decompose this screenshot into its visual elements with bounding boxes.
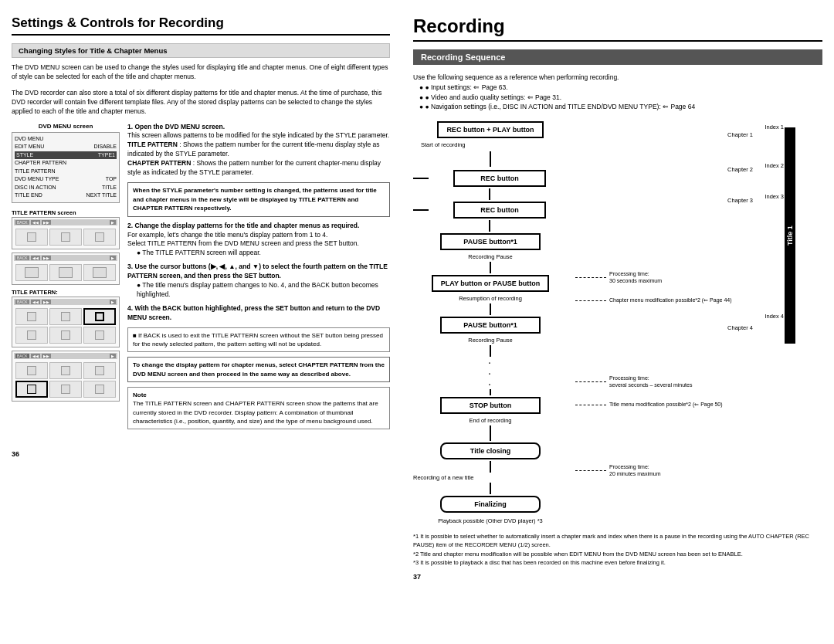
right-annotations: Index 1 Index 2 Index 3 Index 4 Chapter … <box>583 120 799 526</box>
arrow-4 <box>490 262 491 273</box>
step-2-example: For example, let's change the title menu… <box>127 231 327 239</box>
note-if-back-text: ■ If BACK is used to exit the TITLE PATT… <box>133 332 383 347</box>
title-menu-note: Title menu modification possible*2 (⇐ Pa… <box>575 402 723 408</box>
pattern-cell <box>83 362 116 379</box>
pattern-screen-2: BACK ◀◀ ▶▶ ▶ <box>12 253 120 285</box>
recording-section-header: Recording Sequence <box>413 49 822 65</box>
note-text-chapter: To change the display pattern for chapte… <box>133 361 385 378</box>
right-column: Recording Recording Sequence Use the fol… <box>413 15 822 629</box>
chapter-menu-note: Chapter menu modification possible*2 (⇐ … <box>575 297 732 303</box>
step-1-chapter-pattern: CHAPTER PATTERN : Shows the pattern numb… <box>127 159 381 176</box>
arrow-1 <box>413 151 568 167</box>
toolbar: BACK ◀◀ ▶▶ ▶ <box>14 255 117 261</box>
rec-button-row-1: REC button <box>413 168 568 188</box>
processing-1-text: Processing time:30 seconds maximum <box>609 270 662 284</box>
pause-button-box-2: PAUSE button*1 <box>440 317 541 334</box>
note-label: Note <box>133 391 147 398</box>
pattern-cell <box>49 264 82 281</box>
toolbar-btn: ◀◀ <box>31 354 40 358</box>
toolbar-btn: ▶ <box>110 256 116 260</box>
pattern-cell <box>83 229 116 246</box>
content-area: DVD MENU screen DVD MENU EDIT MENUDISABL… <box>12 123 390 434</box>
toolbar-btn: BACK <box>15 256 29 260</box>
title-pattern-label-2: TITLE PATTERN: <box>12 289 120 296</box>
pattern-cell-selected <box>83 308 116 325</box>
dots-separator: ··· <box>488 357 493 389</box>
footnote-3: *3 It is possible to playback a disc tha… <box>413 558 822 567</box>
end-recording-label: End of recording <box>469 417 511 424</box>
arrow-3 <box>489 220 490 232</box>
footnotes: *1 It is possible to select whether to a… <box>413 532 822 567</box>
title-pattern-screen-label: TITLE PATTERN screen <box>12 209 120 216</box>
toolbar-btn: ▶ <box>110 354 116 358</box>
page-container: Settings & Controls for Recording Changi… <box>0 0 834 644</box>
menu-item: EDIT MENUDISABLE <box>15 143 117 151</box>
toolbar-btn: ▶▶ <box>42 354 51 358</box>
step-2-instruction: Select TITLE PATTERN from the DVD MENU s… <box>127 239 359 247</box>
processing-2-note: Processing time:several seconds – severa… <box>575 375 692 388</box>
recording-pause-label-2: Recording Pause <box>468 337 513 344</box>
pattern-cell <box>83 264 116 281</box>
rec-button-box-1: REC button <box>453 170 546 187</box>
dvd-menu-preview: DVD MENU screen DVD MENU EDIT MENUDISABL… <box>12 123 120 434</box>
bullet-nav: ● Navigation settings (i.e., DISC IN ACT… <box>419 102 822 112</box>
pattern-cell <box>49 327 82 344</box>
dvd-menu-box: DVD MENU EDIT MENUDISABLE STYLETYPE1 CHA… <box>12 132 120 203</box>
bullet-video: ● Video and audio quality settings: ⇐ Pa… <box>419 93 822 103</box>
footnote-1: *1 It is possible to select whether to a… <box>413 532 822 550</box>
intro-text-1: The DVD MENU screen can be used to chang… <box>12 63 390 82</box>
right-page-number-area: 37 <box>413 567 822 581</box>
toolbar-btn: ▶ <box>110 220 116 225</box>
pattern-cell <box>83 327 116 344</box>
pattern-grid <box>14 227 117 247</box>
menu-item-style: STYLETYPE1 <box>15 151 117 160</box>
playback-note: Playback possible (Other DVD player) *3 <box>438 517 542 524</box>
left-page-number: 36 <box>12 450 19 458</box>
rec-button-row-2: REC button <box>413 200 568 220</box>
menu-item: TITLE ENDNEXT TITLE <box>15 192 117 200</box>
back-btn: BACK <box>15 354 29 358</box>
pattern-cell <box>15 327 48 344</box>
toolbar-btn: ◀◀ <box>31 300 40 304</box>
step-2-bold: Change the display patterns for the titl… <box>134 222 359 229</box>
arrow-7 <box>490 425 491 441</box>
subsection-header: Changing Styles for Title & Chapter Menu… <box>12 43 390 58</box>
step-2-bullet: The TITLE PATTERN screen will appear. <box>137 249 390 258</box>
index-2-label: Index 2 <box>764 162 784 169</box>
finalizing-box: Finalizing <box>440 496 541 513</box>
start-recording-label: Start of recording <box>421 141 466 148</box>
toolbar-btn: BACK <box>15 300 29 304</box>
pattern-screen-1: BACK ◀◀ ▶▶ ▶ <box>12 217 120 249</box>
arrow-8 <box>490 461 491 473</box>
arrow-9 <box>490 483 491 494</box>
flow-diagram-inner: REC button + PLAY button Start of record… <box>413 120 799 526</box>
rec-intro: Use the following sequence as a referenc… <box>413 73 822 112</box>
right-title: Recording <box>413 15 822 42</box>
arrow-6 <box>490 345 491 357</box>
rec-button-box-2: REC button <box>453 202 546 219</box>
pattern-grid <box>14 361 117 399</box>
step-4-bold: With the BACK button highlighted, press … <box>127 304 380 321</box>
menu-item: DISC IN ACTIONTITLE <box>15 184 117 192</box>
step-1-text: This screen allows patterns to be modifi… <box>127 131 389 139</box>
footnote-2: *2 Title and chapter menu modification w… <box>413 550 822 558</box>
intro-text-2: The DVD recorder can also store a total … <box>12 88 390 117</box>
right-page-number: 37 <box>413 573 421 581</box>
pattern-cell-selected-4 <box>15 381 48 398</box>
resumption-label: Resumption of recording <box>459 295 522 302</box>
pattern-grid <box>14 307 117 345</box>
menu-item: CHAPTER PATTERN <box>15 159 117 168</box>
recording-pause-label-1: Recording Pause <box>468 253 513 260</box>
pattern-cell <box>15 229 48 246</box>
pattern-screen-4: BACK ◀◀ ▶▶ ▶ <box>12 351 120 402</box>
toolbar-btn: ▶▶ <box>42 300 51 304</box>
chapter-menu-text: Chapter menu modification possible*2 (⇐ … <box>609 297 732 303</box>
step-3-bold: Use the cursor buttons (▶, ◀, ▲, and ▼) … <box>127 263 388 280</box>
title-1-bar: Title 1 <box>785 127 795 344</box>
processing-1-note: Processing time:30 seconds maximum <box>575 270 662 284</box>
index-1-label: Index 1 <box>764 124 784 130</box>
processing-2-text: Processing time:several seconds – severa… <box>609 375 692 388</box>
toolbar-btn: ◀◀ <box>31 220 40 225</box>
note-box-chapter-pattern: To change the display pattern for chapte… <box>127 357 390 382</box>
play-pause-button-box: PLAY button or PAUSE button <box>432 275 549 292</box>
